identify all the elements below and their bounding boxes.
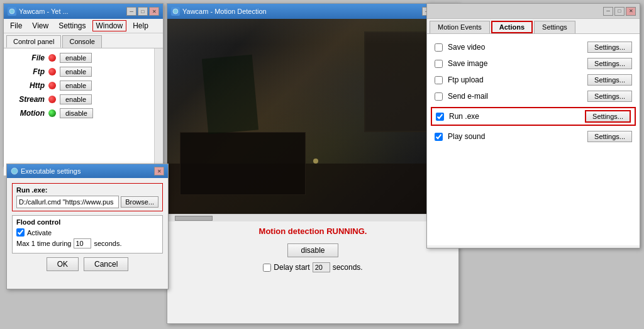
service-file-label: File — [10, 53, 45, 62]
menu-window[interactable]: Window — [92, 20, 127, 31]
run-exe-field-label: Run .exe: — [16, 186, 158, 194]
ok-button[interactable]: OK — [47, 257, 79, 271]
service-file-btn[interactable]: enable — [60, 53, 92, 63]
motion-title-bar: Yawcam - Motion Detection ─ □ ✕ — [167, 4, 458, 19]
tab-motion-events[interactable]: Motion Events — [430, 21, 490, 33]
exec-dialog-icon — [11, 167, 18, 175]
service-motion-label: Motion — [10, 109, 45, 118]
flood-control-group: Flood control Activate Max 1 time during… — [12, 215, 163, 254]
exec-dialog-body: Run .exe: Browse... Flood control Activa… — [7, 178, 168, 289]
motion-window-title: Yawcam - Motion Detection — [182, 8, 267, 15]
config-minimize-btn[interactable]: ─ — [603, 7, 613, 16]
service-file: File enable — [6, 51, 160, 65]
camera-feed — [167, 19, 458, 214]
run-exe-field-row: Browse... — [16, 196, 158, 208]
dialog-buttons: OK Cancel — [12, 257, 163, 271]
exec-close-btn[interactable]: ✕ — [154, 167, 164, 176]
svg-point-2 — [11, 168, 18, 174]
config-maximize-btn[interactable]: □ — [614, 7, 625, 16]
label-send-email: Send e-mail — [448, 92, 582, 101]
flood-max-row: Max 1 time during seconds. — [16, 238, 158, 248]
svg-point-1 — [173, 9, 178, 14]
tab-control-panel[interactable]: Control panel — [6, 35, 61, 48]
service-file-status — [48, 54, 56, 62]
main-title-controls: ─ □ ✕ — [126, 7, 159, 16]
service-http-label: Http — [10, 81, 45, 90]
checkbox-save-video[interactable] — [435, 43, 443, 52]
flood-activate-row: Activate — [16, 228, 158, 237]
motion-app-icon — [171, 7, 180, 16]
delay-unit: seconds. — [333, 263, 363, 272]
service-http: Http enable — [6, 79, 160, 92]
flood-title: Flood control — [16, 218, 158, 226]
menu-view[interactable]: View — [28, 20, 52, 31]
service-ftp-btn[interactable]: enable — [60, 67, 92, 77]
tab-console[interactable]: Console — [62, 35, 101, 48]
scrollbar-h[interactable] — [167, 214, 458, 221]
app-icon — [8, 7, 16, 16]
checkbox-save-image[interactable] — [435, 60, 443, 68]
label-save-video: Save video — [448, 43, 582, 52]
config-row-play-sound: Play sound Settings... — [435, 131, 632, 142]
minimize-btn[interactable]: ─ — [126, 7, 136, 16]
main-window: Yawcam - Yet ... ─ □ ✕ File View Setting… — [3, 3, 164, 167]
checkbox-ftp-upload[interactable] — [435, 76, 443, 84]
service-http-btn[interactable]: enable — [60, 81, 92, 91]
config-title-bar: ─ □ ✕ — [427, 4, 640, 19]
settings-save-image[interactable]: Settings... — [587, 58, 632, 69]
service-http-status — [48, 82, 56, 89]
menu-help[interactable]: Help — [129, 20, 152, 31]
flood-max-input[interactable] — [74, 238, 91, 248]
delay-label: Delay start — [274, 263, 309, 272]
settings-play-sound[interactable]: Settings... — [587, 131, 632, 142]
service-motion-btn[interactable]: disable — [60, 108, 93, 118]
service-stream-btn[interactable]: enable — [60, 94, 92, 104]
maximize-btn[interactable]: □ — [138, 7, 148, 16]
cancel-button[interactable]: Cancel — [84, 257, 128, 271]
label-play-sound: Play sound — [448, 132, 582, 141]
config-row-save-video: Save video Settings... — [435, 42, 632, 53]
checkbox-send-email[interactable] — [435, 92, 443, 101]
service-ftp-label: Ftp — [10, 67, 45, 76]
main-window-title: Yawcam - Yet ... — [19, 8, 69, 15]
room-light-dot — [313, 159, 318, 164]
close-btn[interactable]: ✕ — [149, 7, 159, 16]
settings-send-email[interactable]: Settings... — [587, 91, 632, 102]
scrollbar-thumb[interactable] — [175, 216, 213, 221]
checkbox-play-sound[interactable] — [435, 133, 443, 141]
config-window: ─ □ ✕ Motion Events Actions Settings Sav… — [426, 3, 640, 248]
service-motion: Motion disable — [6, 106, 160, 120]
menu-file[interactable]: File — [6, 20, 26, 31]
delay-area: Delay start seconds. — [167, 260, 458, 275]
svg-point-0 — [9, 9, 14, 14]
flood-max-unit: seconds. — [94, 240, 121, 247]
motion-window: Yawcam - Motion Detection ─ □ ✕ Motion d… — [167, 3, 459, 324]
label-run-exe: Run .exe — [449, 112, 580, 121]
menu-settings[interactable]: Settings — [55, 20, 89, 31]
tab-actions[interactable]: Actions — [491, 21, 533, 33]
flood-activate-checkbox[interactable] — [16, 228, 25, 237]
control-panel-body: File enable Ftp enable Http enable Strea… — [4, 48, 163, 176]
browse-btn[interactable]: Browse... — [121, 196, 158, 208]
run-exe-input[interactable] — [16, 196, 119, 208]
config-close-btn[interactable]: ✕ — [626, 7, 636, 16]
menu-bar: File View Settings Window Help — [4, 19, 163, 33]
motion-status-text: Motion detection RUNNING. — [167, 221, 458, 241]
service-ftp: Ftp enable — [6, 65, 160, 79]
disable-motion-btn[interactable]: disable — [287, 243, 338, 257]
delay-checkbox[interactable] — [263, 264, 271, 272]
room-plant — [202, 55, 258, 135]
checkbox-run-exe[interactable] — [436, 113, 444, 121]
tab-settings[interactable]: Settings — [534, 21, 575, 33]
delay-input[interactable] — [313, 262, 330, 272]
settings-save-video[interactable]: Settings... — [587, 42, 632, 53]
scrollbar-right[interactable] — [154, 48, 163, 176]
service-stream: Stream enable — [6, 92, 160, 106]
service-motion-status — [48, 109, 56, 117]
config-row-save-image: Save image Settings... — [435, 58, 632, 69]
settings-ftp-upload[interactable]: Settings... — [587, 74, 632, 86]
settings-run-exe[interactable]: Settings... — [585, 110, 631, 123]
config-row-send-email: Send e-mail Settings... — [435, 91, 632, 102]
label-ftp-upload: Ftp upload — [448, 75, 582, 84]
room-furniture — [180, 132, 306, 195]
